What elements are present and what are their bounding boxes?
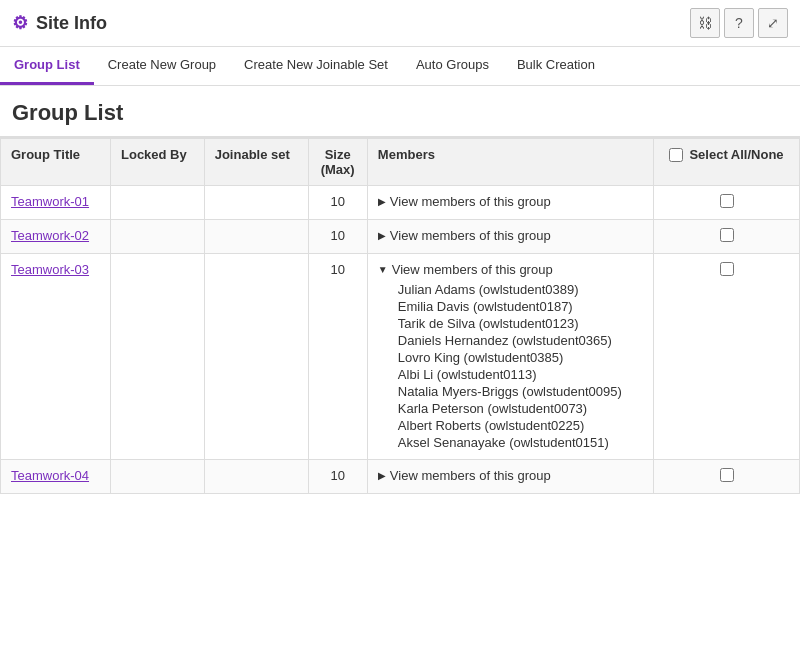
select-cell <box>654 254 800 460</box>
col-header-joinable: Joinable set <box>204 139 308 186</box>
size-cell: 10 <box>308 186 367 220</box>
select-cell <box>654 220 800 254</box>
group-table: Group TitleLocked ByJoinable setSize(Max… <box>0 138 800 494</box>
members-toggle-label: View members of this group <box>390 468 551 483</box>
members-toggle[interactable]: ▶View members of this group <box>378 468 643 483</box>
group-list-table-container: Group TitleLocked ByJoinable setSize(Max… <box>0 138 800 494</box>
joinable-cell <box>204 220 308 254</box>
list-item: Tarik de Silva (owlstudent0123) <box>398 315 643 332</box>
col-header-size: Size(Max) <box>308 139 367 186</box>
tab-create-new-group[interactable]: Create New Group <box>94 47 230 85</box>
list-item: Emilia Davis (owlstudent0187) <box>398 298 643 315</box>
col-header-title: Group Title <box>1 139 111 186</box>
tab-bar: Group ListCreate New GroupCreate New Joi… <box>0 47 800 86</box>
members-toggle-label: View members of this group <box>390 228 551 243</box>
tab-group-list[interactable]: Group List <box>0 47 94 85</box>
row-checkbox[interactable] <box>720 228 734 242</box>
locked-cell <box>111 186 205 220</box>
expand-arrow-icon: ▶ <box>378 196 386 207</box>
members-toggle-label: View members of this group <box>392 262 553 277</box>
row-checkbox[interactable] <box>720 194 734 208</box>
size-cell: 10 <box>308 254 367 460</box>
expand-arrow-icon: ▶ <box>378 470 386 481</box>
group-title-link[interactable]: Teamwork-01 <box>11 194 89 209</box>
joinable-cell <box>204 254 308 460</box>
locked-cell <box>111 220 205 254</box>
list-item: Lovro King (owlstudent0385) <box>398 349 643 366</box>
joinable-cell <box>204 186 308 220</box>
tab-bulk-creation[interactable]: Bulk Creation <box>503 47 609 85</box>
list-item: Daniels Hernandez (owlstudent0365) <box>398 332 643 349</box>
table-row: Teamwork-0110▶View members of this group <box>1 186 800 220</box>
members-toggle[interactable]: ▶View members of this group <box>378 194 643 209</box>
select-cell <box>654 186 800 220</box>
list-item: Albi Li (owlstudent0113) <box>398 366 643 383</box>
list-item: Julian Adams (owlstudent0389) <box>398 281 643 298</box>
site-header: ⚙ Site Info ⛓ ? ⤢ <box>0 0 800 47</box>
table-row: Teamwork-0210▶View members of this group <box>1 220 800 254</box>
select-all-label: Select All/None <box>689 147 783 162</box>
col-header-select[interactable]: Select All/None <box>654 139 800 186</box>
select-all-checkbox[interactable] <box>669 148 683 162</box>
size-cell: 10 <box>308 460 367 494</box>
tab-auto-groups[interactable]: Auto Groups <box>402 47 503 85</box>
members-cell: ▶View members of this group <box>367 220 653 254</box>
gear-icon: ⚙ <box>12 12 28 34</box>
size-cell: 10 <box>308 220 367 254</box>
members-toggle[interactable]: ▶View members of this group <box>378 228 643 243</box>
header-buttons: ⛓ ? ⤢ <box>690 8 788 38</box>
col-header-locked: Locked By <box>111 139 205 186</box>
expand-button[interactable]: ⤢ <box>758 8 788 38</box>
expand-arrow-icon: ▶ <box>378 230 386 241</box>
members-cell: ▶View members of this group <box>367 186 653 220</box>
row-checkbox[interactable] <box>720 262 734 276</box>
collapse-arrow-icon: ▼ <box>378 264 388 275</box>
list-item: Albert Roberts (owlstudent0225) <box>398 417 643 434</box>
members-cell: ▶View members of this group <box>367 460 653 494</box>
group-title-link[interactable]: Teamwork-02 <box>11 228 89 243</box>
site-title-text: Site Info <box>36 13 107 34</box>
group-title-link[interactable]: Teamwork-04 <box>11 468 89 483</box>
list-item: Aksel Senanayake (owlstudent0151) <box>398 434 643 451</box>
joinable-cell <box>204 460 308 494</box>
link-button[interactable]: ⛓ <box>690 8 720 38</box>
list-item: Natalia Myers-Briggs (owlstudent0095) <box>398 383 643 400</box>
members-cell: ▼View members of this groupJulian Adams … <box>367 254 653 460</box>
locked-cell <box>111 460 205 494</box>
locked-cell <box>111 254 205 460</box>
page-title: Group List <box>0 86 800 138</box>
list-item: Karla Peterson (owlstudent0073) <box>398 400 643 417</box>
members-toggle[interactable]: ▼View members of this group <box>378 262 643 277</box>
row-checkbox[interactable] <box>720 468 734 482</box>
select-cell <box>654 460 800 494</box>
tab-create-new-joinable-set[interactable]: Create New Joinable Set <box>230 47 402 85</box>
members-toggle-label: View members of this group <box>390 194 551 209</box>
col-header-members: Members <box>367 139 653 186</box>
table-row: Teamwork-0410▶View members of this group <box>1 460 800 494</box>
help-button[interactable]: ? <box>724 8 754 38</box>
site-title: ⚙ Site Info <box>12 12 107 34</box>
member-list: Julian Adams (owlstudent0389)Emilia Davi… <box>378 281 643 451</box>
table-row: Teamwork-0310▼View members of this group… <box>1 254 800 460</box>
group-title-link[interactable]: Teamwork-03 <box>11 262 89 277</box>
